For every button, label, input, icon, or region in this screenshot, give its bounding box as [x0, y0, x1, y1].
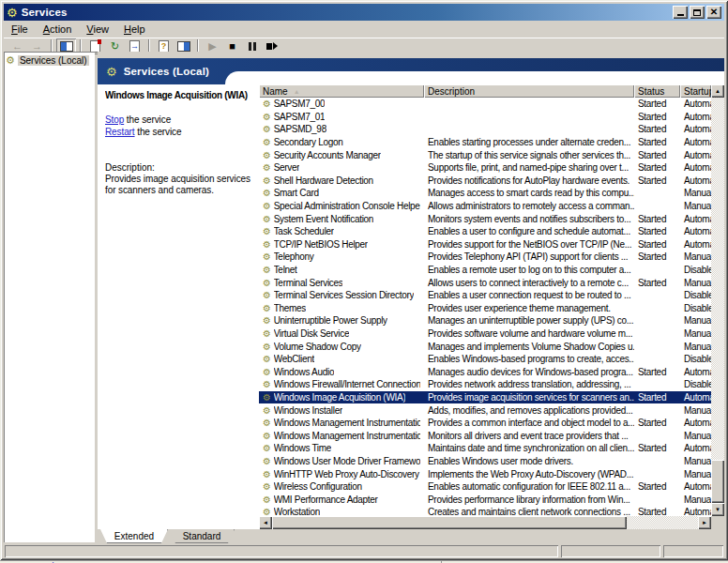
service-status — [634, 187, 680, 200]
service-gear-icon: ⚙ — [263, 226, 271, 236]
column-header-status[interactable]: Status — [634, 84, 680, 98]
service-name: Windows Firewall/Internet Connection... — [274, 379, 420, 389]
table-row[interactable]: ⚙Shell Hardware DetectionProvides notifi… — [259, 175, 711, 188]
maximize-button[interactable] — [690, 6, 705, 19]
vertical-scrollbar[interactable]: ▲ ▼ — [711, 84, 724, 516]
scroll-up-button[interactable]: ▲ — [711, 84, 724, 98]
service-description: Manages an uninterruptible power supply … — [424, 314, 634, 327]
vertical-scroll-track[interactable] — [711, 98, 724, 503]
table-row[interactable]: ⚙WorkstationCreates and maintains client… — [259, 506, 711, 516]
table-row[interactable]: ⚙WinHTTP Web Proxy Auto-Discovery S...Im… — [259, 467, 711, 480]
properties-icon — [90, 40, 100, 53]
toolbar-separator — [80, 39, 82, 53]
service-name: WMI Performance Adapter — [274, 495, 378, 505]
table-row[interactable]: ⚙Windows Management Instrumentatio...Mon… — [259, 429, 711, 442]
service-startup-type: Manual — [680, 455, 711, 468]
horizontal-scrollbar[interactable]: ◄ ► — [259, 516, 711, 529]
service-startup-type: Automatic — [680, 161, 711, 175]
service-status — [634, 353, 680, 366]
title-bar[interactable]: ⚙ Services ✕ — [4, 4, 724, 21]
service-status — [634, 289, 680, 302]
restart-service-link[interactable]: Restart — [105, 127, 135, 137]
tab-standard[interactable]: Standard — [169, 529, 235, 543]
service-startup-type: Automatic — [680, 111, 711, 124]
table-row[interactable]: ⚙SAPSM7_01StartedAutomatic — [259, 111, 711, 124]
service-startup-type: Automatic — [680, 365, 711, 378]
close-button[interactable]: ✕ — [706, 6, 721, 19]
table-row[interactable]: ⚙Volume Shadow CopyManages and implement… — [259, 340, 711, 353]
service-startup-type: Automatic — [680, 442, 711, 455]
table-row[interactable]: ⚙SAPSMD_98StartedAutomatic — [259, 123, 711, 136]
menu-item-help[interactable]: Help — [116, 23, 153, 36]
menu-item-view[interactable]: View — [79, 23, 116, 36]
vertical-scroll-thumb[interactable] — [711, 460, 724, 503]
service-description: Provides performance library information… — [424, 493, 634, 506]
table-row[interactable]: ⚙Secondary LogonEnables starting process… — [259, 136, 711, 149]
horizontal-scroll-thumb[interactable] — [272, 516, 627, 529]
menu-item-file[interactable]: File — [4, 23, 36, 36]
column-header-startup[interactable]: Startup — [680, 84, 711, 98]
menu-item-action[interactable]: Action — [36, 23, 80, 36]
table-row[interactable]: ⚙Smart CardManages access to smart cards… — [259, 187, 711, 200]
service-gear-icon: ⚙ — [263, 150, 271, 160]
table-row[interactable]: ⚙Terminal Services Session DirectoryEnab… — [259, 289, 711, 302]
service-description: Creates and maintains client network con… — [424, 506, 634, 516]
table-row[interactable]: ⚙TCP/IP NetBIOS HelperProvides support f… — [259, 238, 711, 251]
table-row[interactable]: ⚙System Event NotificationMonitors syste… — [259, 212, 711, 225]
stop-service-link[interactable]: Stop — [105, 114, 124, 125]
table-row[interactable]: ⚙Windows Firewall/Internet Connection...… — [259, 378, 711, 391]
service-description: Provides network address translation, ad… — [424, 378, 634, 391]
service-gear-icon: ⚙ — [263, 124, 271, 134]
service-status: Started — [634, 276, 680, 289]
banner-title: Services (Local) — [124, 66, 209, 77]
status-panel-right — [663, 545, 723, 557]
table-row[interactable]: ⚙Terminal ServicesAllows users to connec… — [259, 276, 711, 289]
table-row[interactable]: ⚙WMI Performance AdapterProvides perform… — [259, 493, 711, 506]
table-row[interactable]: ⚙Windows TimeMaintains date and time syn… — [259, 442, 711, 455]
table-row[interactable]: ⚙ThemesProvides user experience theme ma… — [259, 302, 711, 315]
service-status: Started — [634, 417, 680, 430]
scroll-left-button[interactable]: ◄ — [259, 516, 272, 529]
table-row[interactable]: ⚙Special Administration Console HelperAl… — [259, 200, 711, 213]
table-row[interactable]: ⚙Windows Image Acquisition (WIA)Provides… — [259, 391, 711, 404]
table-row[interactable]: ⚙Windows InstallerAdds, modifies, and re… — [259, 403, 711, 417]
table-row[interactable]: ⚙Wireless ConfigurationEnables automatic… — [259, 480, 711, 494]
service-description: Enables starting processes under alterna… — [424, 136, 634, 149]
column-header-label: Name — [263, 86, 288, 97]
service-description: Allows administrators to remotely access… — [424, 200, 634, 213]
service-startup-type: Automatic — [680, 98, 711, 111]
table-row[interactable]: ⚙Uninterruptible Power SupplyManages an … — [259, 314, 711, 327]
table-row[interactable]: ⚙WebClientEnables Windows-based programs… — [259, 353, 711, 366]
service-description: Enables Windows user mode drivers. — [424, 455, 634, 468]
table-row[interactable]: ⚙Security Accounts ManagerThe startup of… — [259, 148, 711, 161]
table-row[interactable]: ⚙TelnetEnables a remote user to log on t… — [259, 264, 711, 277]
sidebar-item-services-local[interactable]: ⚙ Services (Local) — [6, 55, 93, 66]
status-bar — [4, 544, 724, 559]
service-description: Enables a remote user to log on to this … — [424, 264, 634, 277]
minimize-button[interactable] — [673, 6, 688, 19]
table-row[interactable]: ⚙Windows User Mode Driver FrameworkEnabl… — [259, 455, 711, 468]
service-description — [424, 98, 634, 111]
service-startup-type: Automatic — [680, 506, 711, 516]
service-status — [634, 264, 680, 277]
table-row[interactable]: ⚙Windows AudioManages audio devices for … — [259, 365, 711, 378]
table-row[interactable]: ⚙SAPSM7_00StartedAutomatic — [259, 98, 711, 111]
table-row[interactable]: ⚙Windows Management InstrumentationProvi… — [259, 417, 711, 430]
service-name: SAPSMD_98 — [274, 124, 326, 134]
table-row[interactable]: ⚙Virtual Disk ServiceProvides software v… — [259, 327, 711, 341]
column-header-name[interactable]: Name▲ — [259, 84, 424, 98]
table-row[interactable]: ⚙TelephonyProvides Telephony API (TAPI) … — [259, 251, 711, 264]
table-row[interactable]: ⚙Task SchedulerEnables a user to configu… — [259, 225, 711, 238]
service-name: Windows Management Instrumentatio... — [274, 431, 420, 441]
service-gear-icon: ⚙ — [263, 379, 271, 389]
service-status — [634, 467, 680, 480]
tab-extended[interactable]: Extended — [100, 529, 168, 543]
service-startup-type: Manual — [680, 340, 711, 353]
table-row[interactable]: ⚙ServerSupports file, print, and named-p… — [259, 161, 711, 175]
column-header-description[interactable]: Description — [424, 84, 634, 98]
scroll-down-button[interactable]: ▼ — [711, 503, 724, 516]
menu-bar: FileActionViewHelp — [4, 22, 724, 37]
service-startup-type: Manual — [680, 403, 711, 417]
service-gear-icon: ⚙ — [263, 481, 271, 492]
scroll-right-button[interactable]: ► — [698, 516, 711, 529]
